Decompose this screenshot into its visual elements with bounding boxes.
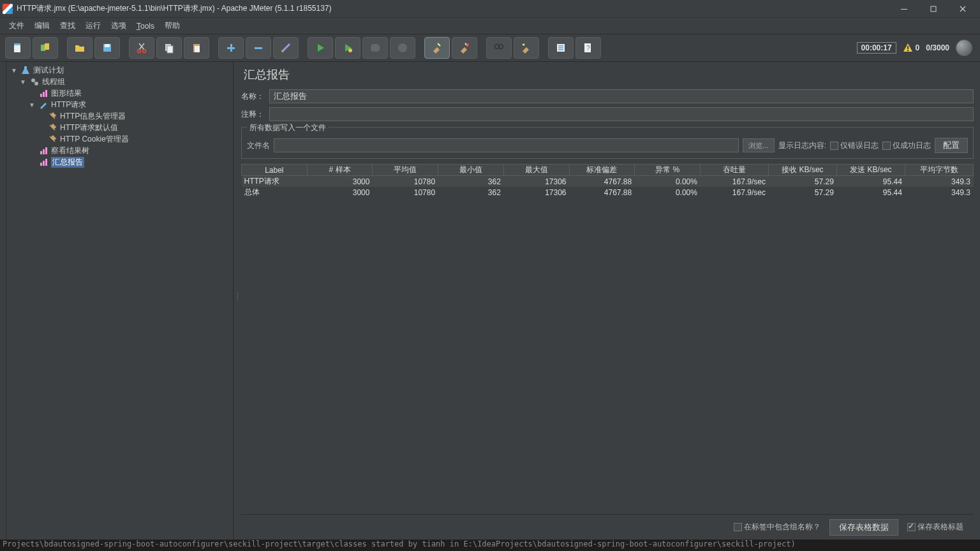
table-header[interactable]: 吞吐量: [700, 165, 768, 176]
collapse-button[interactable]: [246, 37, 271, 59]
browse-button[interactable]: 浏览...: [743, 138, 774, 152]
remote-hosts-button[interactable]: [956, 40, 972, 56]
svg-rect-30: [907, 50, 909, 51]
svg-rect-40: [43, 161, 45, 166]
table-row[interactable]: 总体300010780362173064767.880.00%167.9/sec…: [242, 187, 974, 198]
menu-run[interactable]: 运行: [80, 18, 106, 33]
svg-rect-1: [931, 6, 936, 11]
table-row[interactable]: HTTP请求300010780362173064767.880.00%167.9…: [242, 176, 974, 187]
svg-rect-37: [43, 149, 45, 154]
filename-input[interactable]: [274, 138, 739, 152]
only-error-checkbox[interactable]: 仅错误日志: [830, 140, 879, 151]
comment-input[interactable]: [269, 107, 974, 121]
maximize-button[interactable]: [919, 0, 948, 18]
help-button[interactable]: ?: [575, 37, 601, 59]
svg-point-9: [143, 50, 146, 53]
table-header[interactable]: # 样本: [307, 165, 373, 176]
close-button[interactable]: [948, 0, 977, 18]
table-header[interactable]: 异常 %: [635, 165, 701, 176]
svg-rect-15: [230, 44, 232, 52]
toggle-button[interactable]: [273, 37, 299, 59]
left-gutter: [0, 62, 6, 540]
table-cell: 57.29: [768, 176, 836, 187]
table-cell: 167.9/sec: [700, 187, 768, 198]
tree-thread-group[interactable]: ▼线程组: [6, 76, 233, 87]
summary-table: Label# 样本平均值最小值最大值标准偏差异常 %吞吐量接收 KB/sec发送…: [241, 164, 974, 514]
save-table-button[interactable]: 保存表格数据: [829, 519, 898, 536]
table-body: HTTP请求300010780362173064767.880.00%167.9…: [242, 176, 974, 198]
table-header[interactable]: 标准偏差: [569, 165, 635, 176]
name-input[interactable]: [269, 89, 974, 103]
table-cell: 4767.88: [569, 187, 635, 198]
menubar: 文件 编辑 查找 运行 选项 Tools 帮助: [0, 18, 980, 34]
name-label: 名称：: [241, 91, 269, 102]
svg-rect-0: [901, 9, 907, 10]
save-header-checkbox[interactable]: 保存表格标题: [907, 522, 963, 533]
tree-cookie-manager[interactable]: HTTP Cookie管理器: [6, 133, 233, 145]
function-helper-button[interactable]: [548, 37, 574, 59]
table-footer-bar: 在标签中包含组名称？ 保存表格数据 保存表格标题: [241, 514, 974, 540]
search-button[interactable]: [486, 37, 512, 59]
menu-search[interactable]: 查找: [55, 18, 80, 33]
table-cell: 95.44: [836, 176, 905, 187]
svg-rect-16: [255, 47, 262, 49]
menu-help[interactable]: 帮助: [160, 18, 185, 33]
tree-http-request[interactable]: ▼HTTP请求: [6, 99, 233, 110]
svg-rect-38: [45, 147, 47, 154]
minimize-button[interactable]: [889, 0, 919, 18]
tree-view-results[interactable]: 察看结果树: [6, 145, 233, 156]
stop-button[interactable]: [362, 37, 388, 59]
svg-rect-35: [45, 90, 47, 97]
svg-rect-3: [14, 43, 20, 45]
start-no-timers-button[interactable]: [335, 37, 360, 59]
include-group-checkbox[interactable]: 在标签中包含组名称？: [734, 522, 820, 533]
table-header[interactable]: 最大值: [503, 165, 569, 176]
reset-search-button[interactable]: [514, 37, 539, 59]
svg-text:?: ?: [586, 45, 590, 52]
test-plan-tree[interactable]: ▼测试计划 ▼线程组 图形结果 ▼HTTP请求 HTTP信息头管理器 HTTP请…: [6, 62, 234, 540]
thread-counter: 0/3000: [926, 43, 949, 52]
save-button[interactable]: [94, 37, 120, 59]
app-icon: [3, 4, 13, 14]
only-success-checkbox[interactable]: 仅成功日志: [882, 140, 931, 151]
console-output: Projects\bdautosigned-spring-boot-autoco…: [0, 540, 980, 551]
table-header[interactable]: 平均字节数: [905, 165, 973, 176]
table-header-row: Label# 样本平均值最小值最大值标准偏差异常 %吞吐量接收 KB/sec发送…: [242, 165, 974, 176]
menu-tools[interactable]: Tools: [131, 20, 160, 33]
templates-button[interactable]: [33, 37, 58, 59]
tree-test-plan[interactable]: ▼测试计划: [6, 64, 233, 76]
paste-button[interactable]: [184, 37, 209, 59]
tree-summary-report[interactable]: 汇总报告: [6, 156, 233, 168]
table-cell: 17306: [503, 187, 569, 198]
titlebar: HTTP请求.jmx (E:\apache-jmeter-5.1.1\bin\H…: [0, 0, 980, 18]
svg-rect-26: [558, 49, 563, 50]
menu-options[interactable]: 选项: [106, 18, 131, 33]
table-cell: 10780: [373, 176, 438, 187]
configure-button[interactable]: 配置: [935, 138, 968, 153]
menu-file[interactable]: 文件: [4, 18, 29, 33]
clear-all-button[interactable]: [452, 37, 477, 59]
table-header[interactable]: Label: [242, 165, 308, 176]
tree-graph-result[interactable]: 图形结果: [6, 87, 233, 99]
shutdown-button[interactable]: [390, 37, 415, 59]
copy-button[interactable]: [156, 37, 182, 59]
expand-button[interactable]: [218, 37, 244, 59]
svg-rect-4: [41, 45, 45, 51]
table-header[interactable]: 接收 KB/sec: [768, 165, 836, 176]
menu-edit[interactable]: 编辑: [29, 18, 55, 33]
open-button[interactable]: [67, 37, 93, 59]
table-header[interactable]: 发送 KB/sec: [836, 165, 905, 176]
new-button[interactable]: [5, 37, 31, 59]
splitter[interactable]: ⋮⋮⋮: [234, 62, 239, 540]
table-header[interactable]: 平均值: [373, 165, 438, 176]
table-header[interactable]: 最小值: [438, 165, 504, 176]
window-title: HTTP请求.jmx (E:\apache-jmeter-5.1.1\bin\H…: [17, 3, 889, 14]
content-panel: 汇总报告 名称： 注释： 所有数据写入一个文件 文件名 浏览... 显示日志内容…: [239, 62, 980, 540]
table-cell: 3000: [307, 176, 373, 187]
clear-button[interactable]: [424, 37, 450, 59]
cut-button[interactable]: [129, 37, 154, 59]
tree-header-manager[interactable]: HTTP信息头管理器: [6, 110, 233, 122]
start-button[interactable]: [308, 37, 333, 59]
warning-badge[interactable]: 0: [903, 43, 920, 53]
tree-request-defaults[interactable]: HTTP请求默认值: [6, 122, 233, 133]
